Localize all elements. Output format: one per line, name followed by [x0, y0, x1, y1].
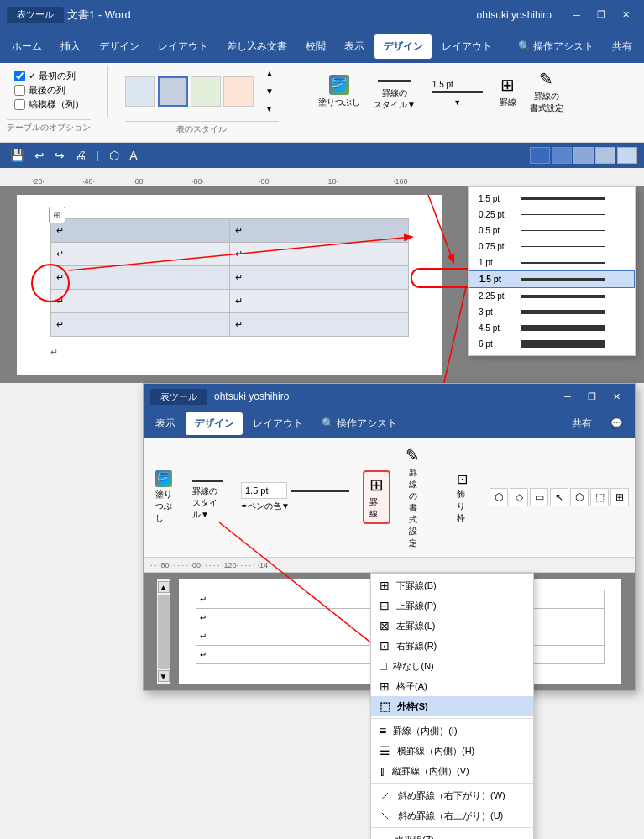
bd-diag-down[interactable]: ⟋ 斜め罫線（右下がり）(W): [371, 785, 533, 805]
tb-style-1[interactable]: [530, 147, 550, 164]
table-cell[interactable]: ↵: [51, 219, 230, 243]
qa-print[interactable]: 🖨: [71, 147, 90, 164]
qa-redo[interactable]: ↪: [51, 147, 68, 164]
qa-undo[interactable]: ↩: [31, 147, 48, 164]
sw-tb-btn-4[interactable]: ↖: [550, 488, 568, 506]
bw-option-1pt[interactable]: 1 pt: [469, 254, 635, 270]
sw-menu-design[interactable]: デザイン: [186, 412, 243, 435]
sw-tb-btn-6[interactable]: ⬚: [590, 488, 609, 506]
menu-insert[interactable]: 挿入: [52, 34, 89, 59]
bd-h-inside-border[interactable]: ☰ 横罫線（内側）(H): [371, 741, 533, 761]
menu-design[interactable]: デザイン: [91, 34, 148, 59]
sw-close[interactable]: ✕: [605, 387, 628, 406]
bw-option-45pt[interactable]: 4.5 pt: [469, 320, 635, 336]
bd-inside-border[interactable]: ≡ 罫線（内側）(I): [371, 721, 533, 741]
tb-style-3[interactable]: [573, 147, 594, 164]
fill-button[interactable]: 🪣 塗りつぶし: [313, 72, 365, 111]
qa-save[interactable]: 💾: [7, 147, 28, 164]
table-cell[interactable]: ↵: [230, 266, 409, 290]
bw-option-075pt[interactable]: 0.75 pt: [469, 239, 635, 254]
table-cell[interactable]: ↵: [230, 243, 409, 266]
scroll-up-btn[interactable]: ▲: [260, 66, 279, 81]
menu-share[interactable]: 共有: [604, 34, 641, 59]
sw-border-style-button[interactable]: 罫線のスタイル▼: [187, 471, 228, 523]
sw-border-format-button[interactable]: ✎ 罫線の書式設定: [401, 443, 425, 552]
sw-menu-share[interactable]: 共有: [563, 412, 600, 435]
menu-home[interactable]: ホーム: [3, 34, 50, 59]
sw-scroll-down[interactable]: ▼: [158, 670, 170, 682]
bd-h-line[interactable]: ─ 水平線(Z): [371, 830, 533, 839]
menu-mailings[interactable]: 差し込み文書: [218, 34, 296, 59]
check-first-col-input[interactable]: [14, 71, 25, 81]
bd-v-inside-border[interactable]: ⫿ 縦罫線（内側）(V): [371, 761, 533, 781]
sw-menu-search[interactable]: 🔍 操作アシスト: [313, 412, 406, 435]
bw-option-6pt[interactable]: 6 pt: [469, 336, 635, 352]
bd-all-borders[interactable]: ⊞ 格子(A): [371, 676, 533, 696]
border-format-button[interactable]: ✎ 罫線の 書式設定: [525, 66, 568, 117]
sw-tb-btn-1[interactable]: ⬡: [490, 488, 508, 506]
bd-diag-up[interactable]: ⟍ 斜め罫線（右上がり）(U): [371, 805, 533, 826]
qa-shapes[interactable]: ⬡: [106, 147, 123, 164]
minimize-button[interactable]: ─: [565, 6, 589, 24]
bd-right-border[interactable]: ⊡ 右罫線(R): [371, 636, 533, 656]
table-cell[interactable]: ↵: [51, 313, 230, 337]
qa-format[interactable]: A: [126, 147, 140, 164]
bw-option-225pt[interactable]: 2.25 pt: [469, 288, 635, 304]
bw-option-05pt[interactable]: 0.5 pt: [469, 223, 635, 239]
check-last-col-input[interactable]: [14, 85, 25, 96]
menu-view[interactable]: 表示: [336, 34, 373, 59]
sw-scroll-up[interactable]: ▲: [158, 581, 170, 593]
more-styles-btn[interactable]: ▾: [260, 102, 279, 116]
check-last-col[interactable]: 最後の列: [14, 84, 84, 97]
scroll-down-btn[interactable]: ▼: [260, 84, 279, 98]
menu-review[interactable]: 校閲: [297, 34, 334, 59]
menu-search[interactable]: 🔍 操作アシスト: [510, 34, 602, 59]
bd-top-border[interactable]: ⊟ 上罫線(P): [371, 595, 533, 616]
bd-bottom-border[interactable]: ⊞ 下罫線(B): [371, 575, 533, 595]
sw-tb-btn-3[interactable]: ▭: [530, 488, 548, 506]
sw-border-group-button[interactable]: ⊡ 飾り枠: [452, 469, 473, 527]
sw-menu-comment[interactable]: 💬: [602, 413, 631, 433]
sw-tb-btn-7[interactable]: ⊞: [610, 488, 629, 506]
table-cell[interactable]: ↵: [230, 290, 409, 313]
tb-style-5[interactable]: [617, 147, 637, 164]
bd-left-border[interactable]: ⊠ 左罫線(L): [371, 616, 533, 636]
style-box-4[interactable]: [223, 76, 254, 107]
bd-outside-border[interactable]: ⬚ 外枠(S): [371, 696, 533, 716]
table-cell[interactable]: ↵: [230, 219, 409, 243]
sw-restore[interactable]: ❐: [580, 387, 604, 406]
table-cell[interactable]: ↵: [51, 243, 230, 266]
style-box-3[interactable]: [191, 76, 221, 107]
check-first-col[interactable]: ✓ 最初の列: [14, 70, 84, 82]
style-box-2[interactable]: [158, 76, 188, 107]
bw-option-025pt[interactable]: 0.25 pt: [469, 207, 635, 223]
sw-tb-btn-5[interactable]: ⬡: [570, 488, 589, 506]
table-cell[interactable]: ↵: [230, 313, 409, 337]
table-move-handle[interactable]: ⊕: [49, 207, 65, 223]
sw-tb-btn-2[interactable]: ◇: [510, 488, 528, 506]
table-cell[interactable]: ↵: [51, 266, 230, 290]
border-button[interactable]: ⊞ 罫線: [495, 72, 521, 111]
border-width-button[interactable]: 1.5 pt ▼: [424, 74, 491, 109]
border-style-button[interactable]: 罫線の スタイル▼: [369, 71, 421, 113]
sw-minimize[interactable]: ─: [556, 387, 579, 406]
sw-border-width-input[interactable]: [241, 482, 287, 499]
sw-menu-view[interactable]: 表示: [147, 412, 184, 435]
tb-style-4[interactable]: [595, 147, 615, 164]
sw-menu-layout[interactable]: レイアウト: [244, 412, 312, 435]
sw-border-button[interactable]: ⊞ 罫線: [363, 470, 390, 524]
bw-option-15pt[interactable]: 1.5 pt: [469, 270, 635, 288]
menu-table-layout[interactable]: レイアウト: [433, 34, 500, 59]
check-stripe-col-input[interactable]: [14, 99, 25, 110]
menu-layout[interactable]: レイアウト: [149, 34, 217, 59]
close-button[interactable]: ✕: [614, 6, 637, 24]
bw-option-3pt[interactable]: 3 pt: [469, 304, 635, 320]
restore-button[interactable]: ❐: [589, 6, 613, 24]
menu-table-design[interactable]: デザイン: [374, 34, 432, 59]
sw-fill-button[interactable]: 🪣 塗りつぶし: [150, 468, 177, 527]
bw-option-125pt[interactable]: 1.5 pt: [469, 191, 635, 207]
style-box-1[interactable]: [125, 76, 155, 107]
tb-style-2[interactable]: [552, 147, 572, 164]
bd-no-border[interactable]: □ 枠なし(N): [371, 656, 533, 676]
table-cell[interactable]: ↵: [51, 290, 230, 313]
